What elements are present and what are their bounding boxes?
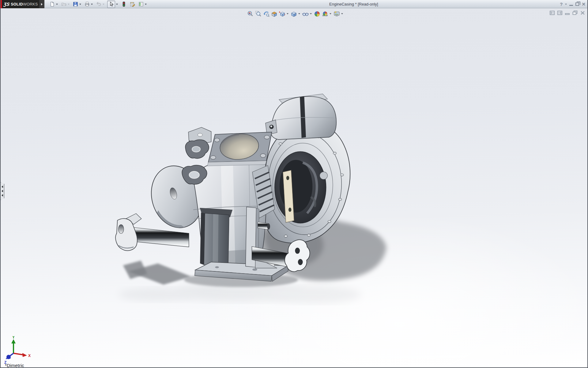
menu-expand-arrow-icon[interactable] [39,0,44,8]
zoom-to-area-icon [255,10,262,17]
view-orientation-dropdown[interactable] [286,10,289,17]
display-style-button[interactable] [290,10,298,18]
3ds-logo-icon: ƷS [3,2,10,7]
save-dropdown[interactable] [79,1,81,8]
restore-icon[interactable] [575,2,579,6]
zoom-to-fit-icon [247,10,254,17]
logo-text-works: WORKS [23,2,38,6]
view-orientation-label: *Dimetric [5,363,24,367]
title-bar: ƷS SOLIDWORKS [1,0,587,8]
y-axis-label: Y [12,336,15,339]
solidworks-logo: ƷS SOLIDWORKS [1,0,39,8]
solidworks-window: ƷS SOLIDWORKS [0,0,588,368]
open-document-button[interactable] [61,1,67,8]
options-icon [138,2,144,7]
save-floppy-icon [73,2,78,7]
brand-accent-stripe [1,0,2,8]
mounting-flange[interactable] [207,132,272,166]
document-title: EngineCasing * [Read-only] [329,0,378,8]
logo-text-solid: SOLID [11,2,23,6]
view-orientation-button[interactable] [278,10,286,18]
doc-close-icon[interactable] [580,11,585,15]
hide-show-items-dropdown[interactable] [309,10,312,17]
new-document-icon [50,2,55,7]
section-view-icon [271,10,278,17]
file-properties-button[interactable] [129,1,135,8]
options-dropdown[interactable] [144,1,147,8]
doc-restore-icon[interactable] [572,10,578,15]
rebuild-stoplight-icon [121,2,126,7]
zoom-to-area-button[interactable] [254,10,262,18]
display-style-dropdown[interactable] [298,10,301,17]
undo-icon [96,2,101,7]
previous-view-icon [263,10,270,17]
new-document-dropdown[interactable] [55,1,58,8]
section-view-button[interactable] [270,10,278,18]
collapse-right-pane-icon[interactable] [557,11,562,15]
collapse-left-pane-icon[interactable] [550,11,555,15]
print-icon [85,2,90,7]
options-button[interactable] [138,1,144,8]
help-icon[interactable]: ? [560,2,563,6]
print-dropdown[interactable] [90,1,93,8]
open-folder-icon [61,2,66,7]
view-settings-button[interactable] [333,10,341,18]
display-style-icon [290,10,297,17]
apply-scene-button[interactable] [321,10,329,18]
doc-minimize-icon[interactable] [565,11,570,15]
graphics-area[interactable]: Y X Z *Dimetric [1,9,587,367]
engine-casing-model[interactable] [102,92,484,367]
appearance-ball-icon [314,10,321,17]
file-properties-icon [130,2,135,7]
rebuild-button[interactable] [121,1,127,8]
eyeglasses-icon [302,10,309,17]
undo-dropdown[interactable] [102,1,105,8]
new-document-button[interactable] [49,1,55,8]
window-controls: ? ✕ [560,0,586,8]
save-button[interactable] [72,1,78,8]
zoom-to-fit-button[interactable] [246,10,254,18]
standard-toolbar [47,0,147,8]
undo-button[interactable] [96,1,102,8]
document-window-controls [550,10,585,15]
minimize-icon[interactable] [569,3,573,6]
view-orientation-icon [279,10,286,17]
x-axis-label: X [28,354,31,358]
apply-scene-dropdown[interactable] [329,10,332,17]
help-dropdown[interactable] [565,4,567,5]
view-settings-dropdown[interactable] [341,10,344,17]
y-axis-arrow [11,339,16,343]
open-document-dropdown[interactable] [67,1,70,8]
close-icon[interactable]: ✕ [582,2,586,6]
previous-view-button[interactable] [262,10,270,18]
select-cursor-icon [109,2,114,7]
print-button[interactable] [84,1,90,8]
x-axis-arrow [22,353,27,357]
valve-cover[interactable] [266,94,336,140]
edit-appearance-button[interactable] [313,10,321,18]
hide-show-items-button[interactable] [301,10,309,18]
apply-scene-icon [322,10,329,17]
select-button[interactable] [107,1,115,8]
select-dropdown[interactable] [115,1,118,8]
featuremanager-collapsed-tab[interactable] [1,182,4,200]
view-settings-icon [333,10,340,17]
headsup-view-toolbar [246,10,344,18]
stand-column[interactable] [200,208,232,267]
